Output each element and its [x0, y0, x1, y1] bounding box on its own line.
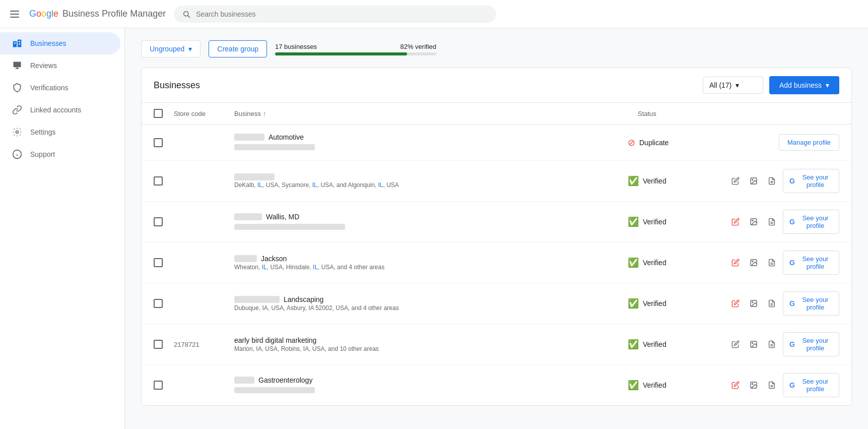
sidebar-item-verifications[interactable]: Verifications	[0, 77, 120, 99]
sidebar-item-businesses[interactable]: Businesses	[0, 32, 120, 54]
redacted-name-block	[234, 377, 254, 384]
col-status: Status	[638, 109, 739, 118]
svg-point-8	[752, 179, 753, 180]
row-checkbox-3[interactable]	[154, 258, 174, 267]
svg-point-28	[752, 384, 753, 385]
col-checkbox[interactable]	[154, 109, 174, 118]
status-4: ✅ Verified	[628, 298, 728, 309]
photo-button[interactable]	[747, 377, 761, 393]
see-profile-button[interactable]: G See your profile	[783, 291, 839, 316]
biz-addr-2	[234, 222, 628, 231]
sidebar-label-reviews: Reviews	[30, 62, 57, 70]
support-icon	[12, 149, 22, 159]
actions-2: G See your profile	[728, 210, 839, 234]
actions-3: G See your profile	[728, 251, 839, 275]
search-icon	[182, 10, 191, 19]
see-profile-button[interactable]: G See your profile	[783, 373, 839, 397]
row-checkbox-0[interactable]	[154, 138, 174, 147]
row-checkbox-2[interactable]	[154, 217, 174, 226]
sidebar-item-support[interactable]: Support	[0, 143, 120, 165]
photo-button[interactable]	[747, 214, 761, 230]
chevron-down-icon: ▾	[188, 45, 192, 53]
manage-profile-button[interactable]: Manage profile	[779, 134, 839, 151]
posts-button[interactable]	[765, 173, 779, 189]
status-6: ✅ Verified	[628, 380, 728, 391]
row-checkbox-6[interactable]	[154, 381, 174, 390]
table-title: Businesses	[154, 80, 200, 91]
store-code-5: 2178721	[174, 341, 234, 348]
redacted-addr-block	[234, 144, 315, 150]
sidebar-item-linked-accounts[interactable]: Linked accounts	[0, 99, 120, 121]
see-profile-button[interactable]: G See your profile	[783, 210, 839, 234]
sidebar-label-businesses: Businesses	[30, 39, 66, 47]
select-all-checkbox[interactable]	[154, 109, 163, 118]
photo-button[interactable]	[747, 295, 761, 312]
verified-icon: ✅	[628, 175, 639, 187]
redacted-name-block	[234, 213, 262, 220]
google-g-icon: G	[789, 259, 795, 267]
photo-button[interactable]	[747, 173, 761, 189]
biz-name-6: Gastroenterology	[234, 376, 628, 384]
sidebar-item-reviews[interactable]: Reviews	[0, 54, 120, 77]
stats-labels: 17 businesses 82% verified	[275, 43, 436, 50]
link-icon	[12, 105, 22, 115]
redacted-name-block	[234, 134, 264, 141]
col-store-code: Store code	[174, 109, 234, 118]
table-row: Landscaping Dubuque, IA, USA, Asbury, IA…	[142, 283, 851, 324]
table-row: DeKalb, IL, USA, Sycamore, IL, USA, and …	[142, 161, 851, 202]
redacted-name-block	[234, 296, 280, 303]
svg-point-20	[752, 302, 753, 303]
verified-icon: ✅	[628, 380, 639, 391]
layout: Businesses Reviews Verifications Linked …	[0, 28, 868, 429]
verified-icon: ✅	[628, 339, 639, 350]
sidebar-item-settings[interactable]: Settings	[0, 121, 120, 143]
biz-info-4: Landscaping Dubuque, IA, USA, Asbury, IA…	[234, 295, 628, 312]
hamburger-button[interactable]	[8, 9, 21, 20]
see-profile-button[interactable]: G See your profile	[783, 169, 839, 193]
see-profile-button[interactable]: G See your profile	[783, 251, 839, 275]
row-checkbox-1[interactable]	[154, 176, 174, 186]
col-business[interactable]: Business ↑	[234, 109, 638, 118]
search-input[interactable]	[196, 10, 488, 18]
posts-button[interactable]	[765, 336, 779, 352]
status-5: ✅ Verified	[628, 339, 728, 350]
edit-button[interactable]	[728, 214, 743, 230]
table-row: Wallis, MD ✅ Verified	[142, 202, 851, 242]
app-logo: Google Business Profile Manager	[29, 9, 166, 19]
stats-info: 17 businesses 82% verified	[275, 43, 436, 55]
create-group-label: Create group	[217, 45, 258, 53]
duplicate-icon: ⊘	[628, 137, 635, 148]
biz-addr-6	[234, 385, 628, 395]
add-business-button[interactable]: Add business ▾	[769, 76, 839, 94]
see-profile-button[interactable]: G See your profile	[783, 332, 839, 356]
redacted-name-block	[234, 173, 275, 180]
filter-chevron-icon: ▾	[736, 81, 739, 89]
search-bar[interactable]	[174, 6, 496, 23]
create-group-button[interactable]: Create group	[209, 40, 267, 57]
column-headers: Store code Business ↑ Status	[142, 103, 851, 125]
row-checkbox-5[interactable]	[154, 340, 174, 349]
row-checkbox-4[interactable]	[154, 299, 174, 308]
ungrouped-button[interactable]: Ungrouped ▾	[141, 40, 201, 57]
edit-button[interactable]	[728, 173, 743, 189]
verified-icon: ✅	[628, 216, 639, 227]
photo-button[interactable]	[747, 336, 761, 352]
buildings-icon	[12, 38, 22, 48]
posts-button[interactable]	[765, 255, 779, 271]
svg-rect-3	[19, 41, 20, 42]
actions-1: G See your profile	[728, 169, 839, 193]
edit-button[interactable]	[728, 255, 743, 271]
edit-button[interactable]	[728, 377, 743, 393]
posts-button[interactable]	[765, 377, 779, 393]
edit-button[interactable]	[728, 295, 743, 312]
svg-rect-2	[14, 42, 16, 44]
actions-4: G See your profile	[728, 291, 839, 316]
photo-button[interactable]	[747, 255, 761, 271]
svg-point-24	[752, 343, 753, 344]
table-row: Jackson Wheaton, IL, USA, Hinsdale, IL, …	[142, 242, 851, 283]
posts-button[interactable]	[765, 295, 779, 312]
edit-button[interactable]	[728, 336, 743, 352]
filter-select[interactable]: All (17) ▾	[703, 77, 763, 94]
biz-name-2: Wallis, MD	[234, 213, 628, 221]
posts-button[interactable]	[765, 214, 779, 230]
